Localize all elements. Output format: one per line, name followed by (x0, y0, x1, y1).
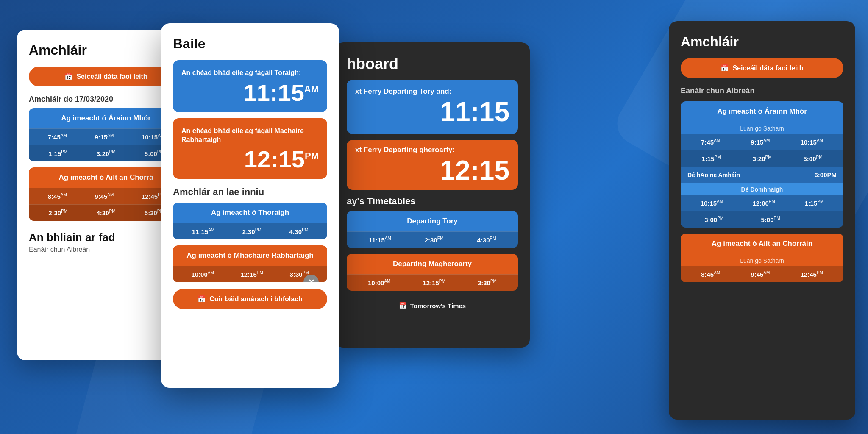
popup-tory-times: 11:15AM 2:30PM 4:30PM (173, 223, 327, 239)
dark-arainn-header: Ag imeacht ó Árainn Mhór (681, 101, 843, 122)
das-3: 1:15PM (804, 199, 823, 207)
dashboard-magheroarty-block: xt Ferry Departing gheroarty: 12:15 (347, 140, 518, 190)
pm-1: 10:00AM (191, 270, 214, 278)
dash-magheroarty-times: 10:00AM 12:15PM 3:30PM (347, 274, 518, 291)
arainn-times-row2: 1:15PM 3:20PM 5:00PM (29, 145, 183, 161)
popup-magheroarty-header: Ag imeacht ó Mhachaire Rabhartaigh (173, 245, 327, 266)
hide-tomorrow-button[interactable]: 📅 Cuir báid amárach i bhfolach (173, 289, 327, 309)
dark-arainn-sun-row1: 10:15AM 12:00PM 1:15PM (681, 195, 843, 211)
time-5: 3:20PM (96, 150, 115, 157)
daa-1: 8:45AM (701, 270, 720, 278)
dar-2: 9:15AM (751, 138, 770, 146)
sunday-label: Dé Domhnaigh (681, 183, 843, 195)
dark-arainn-row1: 7:45AM 9:15AM 10:15AM (681, 134, 843, 150)
das-4: 3:00PM (704, 216, 723, 223)
dt-3: 4:30PM (477, 236, 496, 244)
time-1: 7:45AM (48, 133, 67, 141)
time-10: 2:30PM (48, 209, 67, 217)
calendar-icon: 📅 (64, 72, 73, 81)
popup-tory-block: Ag imeacht ó Thoraigh 11:15AM 2:30PM 4:3… (173, 203, 327, 239)
dm-1: 10:00AM (368, 279, 390, 287)
dash-tory-header: Departing Tory (347, 211, 518, 231)
dt-1: 11:15AM (368, 236, 391, 244)
calendar-icon-tomorrow: 📅 (399, 302, 407, 309)
pt-3: 4:30PM (289, 228, 308, 235)
dashboard-tory-time: 11:15 (355, 98, 509, 125)
card-dark-partial: hboard xt Ferry Departing Tory and: 11:1… (335, 42, 530, 348)
dark-arainn-mon-sat: Luan go Satharn (681, 122, 843, 134)
dt-2: 2:30PM (425, 236, 444, 244)
dar-1: 7:45AM (701, 138, 720, 146)
annual-section: An bhliain ar fad Eanáir chun Aibreán (29, 231, 183, 253)
dashboard-tory-label: xt Ferry Departing Tory and: (355, 87, 509, 96)
dash-magheroarty-timetable: Departing Magheroarty 10:00AM 12:15PM 3:… (347, 254, 518, 291)
dar-4: 1:15PM (701, 155, 721, 162)
das-6: - (818, 216, 820, 223)
time-8: 9:45AM (95, 192, 114, 200)
das-2: 12:00PM (752, 199, 775, 207)
dashboard-magheroarty-time: 12:15 (355, 157, 509, 184)
friday-label: Dé hAoine Amháin (687, 172, 814, 178)
time-2: 9:15AM (95, 133, 114, 141)
time-11: 4:30PM (96, 209, 115, 217)
dark-arainn-sun-row2: 3:00PM 5:00PM - (681, 211, 843, 228)
annual-subtitle: Eanáir chun Aibreán (29, 246, 183, 253)
calendar-icon-right: 📅 (721, 64, 729, 72)
calendar-icon-hide: 📅 (198, 295, 206, 303)
daa-3: 12:45PM (801, 270, 823, 278)
dar-5: 3:20PM (752, 155, 771, 162)
dashboard-partial-title: hboard (347, 55, 518, 73)
arainn-times-row1: 7:45AM 9:15AM 10:15AM (29, 128, 183, 145)
dashboard-tory-block: xt Ferry Departing Tory and: 11:15 (347, 80, 518, 134)
dark-arainn-row2: 1:15PM 3:20PM 5:00PM (681, 150, 843, 167)
pt-2: 2:30PM (242, 228, 262, 235)
daa-2: 9:45AM (751, 270, 770, 278)
dark-right-title: Amchláir (681, 34, 843, 50)
dark-arainn-block: Ag imeacht ó Árainn Mhór Luan go Satharn… (681, 101, 843, 228)
next-ferry-magheroarty-block: An chéad bhád eile ag fágáil Machaire Ra… (173, 118, 327, 179)
tomorrow-link[interactable]: 📅 Tomorrow's Times (347, 297, 518, 314)
dar-3: 10:15AM (801, 138, 823, 146)
pt-1: 11:15AM (192, 228, 214, 235)
popup-tory-header: Ag imeacht ó Thoraigh (173, 203, 327, 223)
arainn-mhor-header: Ag imeacht ó Árainn Mhór (29, 108, 183, 128)
check-date-button-right[interactable]: 📅 Seiceáil dáta faoi leith (681, 58, 843, 78)
ailt-times-row2: 2:30PM 4:30PM 5:30PM (29, 204, 183, 221)
dashboard-title-text: hboard (347, 55, 398, 72)
annual-title: An bhliain ar fad (29, 231, 183, 244)
dash-tory-timetable: Departing Tory 11:15AM 2:30PM 4:30PM (347, 211, 518, 248)
ailt-times-row1: 8:45AM 9:45AM 12:45PM (29, 188, 183, 204)
next-ferry-magheroarty-label: An chéad bhád eile ag fágáil Machaire Ra… (181, 127, 319, 145)
ailt-block: Ag imeacht ó Ailt an Chorrá 8:45AM 9:45A… (29, 167, 183, 221)
pm-2: 12:15PM (240, 270, 263, 278)
das-5: 5:00PM (761, 216, 780, 223)
dark-ailt-block: Ag imeacht ó Ailt an Chorráin Luan go Sa… (681, 234, 843, 282)
time-4: 1:15PM (48, 150, 67, 157)
dash-tory-times: 11:15AM 2:30PM 4:30PM (347, 231, 518, 248)
period-label: Eanáir chun Aibreán (681, 86, 843, 95)
ailt-header: Ag imeacht ó Ailt an Chorrá (29, 167, 183, 188)
arainn-mhor-block: Ag imeacht ó Árainn Mhór 7:45AM 9:15AM 1… (29, 108, 183, 161)
dar-6: 5:00PM (803, 155, 822, 162)
date-label: Amchláir do 17/03/2020 (29, 95, 183, 104)
time-7: 8:45AM (48, 192, 67, 200)
next-ferry-magheroarty-time: 12:15PM (181, 147, 319, 171)
tory-ampm: AM (304, 84, 319, 95)
popup-magheroarty-block: Ag imeacht ó Mhachaire Rabhartaigh 10:00… (173, 245, 327, 282)
card-white-left-title: Amchláir (29, 42, 183, 58)
dashboard-magheroarty-label: xt Ferry Departing gheroarty: (355, 146, 509, 154)
next-ferry-tory-time: 11:15AM (181, 81, 319, 105)
magheroarty-ampm: PM (305, 151, 319, 161)
dash-magheroarty-header: Departing Magheroarty (347, 254, 518, 274)
today-title: Amchlár an lae inniu (173, 186, 327, 198)
next-ferry-tory-block: An chéad bhád eile ag fágáil Toraigh: 11… (173, 60, 327, 112)
dm-2: 12:15PM (423, 279, 445, 287)
check-date-button-left[interactable]: 📅 Seiceáil dáta faoi leith (29, 67, 183, 86)
next-ferry-tory-label: An chéad bhád eile ag fágáil Toraigh: (181, 69, 319, 78)
today-timetables-label: ay's Timetables (347, 196, 518, 207)
friday-time: 6:00PM (814, 171, 837, 178)
das-1: 10:15AM (701, 199, 723, 207)
popup-title: Baile (173, 36, 327, 52)
friday-row: Dé hAoine Amháin 6:00PM (681, 167, 843, 183)
dark-ailt-header: Ag imeacht ó Ailt an Chorráin (681, 234, 843, 254)
